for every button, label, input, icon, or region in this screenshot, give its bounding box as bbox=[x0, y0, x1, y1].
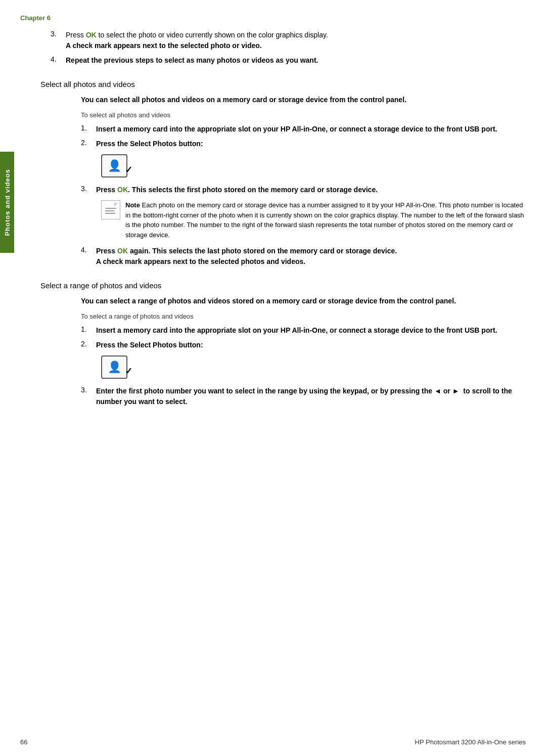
note-line-2 bbox=[105, 210, 114, 211]
note-box: Note Each photo on the memory card or st… bbox=[101, 200, 526, 240]
note-body: Each photo on the memory card or storage… bbox=[125, 201, 524, 239]
section2-heading: Select a range of photos and videos bbox=[20, 281, 526, 290]
step3-top: 3. Press OK to select the photo or video… bbox=[20, 30, 526, 51]
page-container: Photos and videos Chapter 6 3. Press OK … bbox=[0, 0, 546, 756]
person-icon-1: 👤 bbox=[108, 160, 121, 171]
step4-top: 4. Repeat the previous steps to select a… bbox=[20, 55, 526, 66]
s1-step4-ok: OK bbox=[117, 247, 128, 255]
s1-step3-ok: OK bbox=[117, 186, 128, 194]
sidebar-tab: Photos and videos bbox=[0, 152, 14, 253]
s1-step2-text: Press the Select Photos button: bbox=[96, 140, 203, 148]
s1-step1-num: 1. bbox=[81, 124, 96, 135]
s1-step4-content: Press OK again. This selects the last ph… bbox=[96, 246, 526, 267]
section1-to-heading: To select all photos and videos bbox=[81, 111, 526, 119]
section1-heading: Select all photos and videos bbox=[20, 80, 526, 88]
s1-step2-content: Press the Select Photos button: bbox=[96, 139, 526, 149]
s1-step4: 4. Press OK again. This selects the last… bbox=[20, 246, 526, 267]
s2-step2-content: Press the Select Photos button: bbox=[96, 340, 526, 350]
s1-step4-num: 4. bbox=[81, 246, 96, 267]
person-icon-2: 👤 bbox=[108, 362, 121, 373]
main-content: Chapter 6 3. Press OK to select the phot… bbox=[20, 0, 526, 756]
button-image-1: 👤 ✓ bbox=[101, 154, 526, 177]
s1-step1-content: Insert a memory card into the appropriat… bbox=[96, 124, 526, 135]
s2-step2-num: 2. bbox=[81, 340, 96, 350]
s2-step3-pre: Enter the first photo number you want to… bbox=[96, 387, 432, 395]
step3-top-subtext: A check mark appears next to the selecte… bbox=[66, 41, 262, 50]
step3-top-content: Press OK to select the photo or video cu… bbox=[66, 30, 526, 51]
note-line-3 bbox=[105, 213, 115, 214]
footer-page-number: 66 bbox=[20, 738, 27, 746]
check-mark-1: ✓ bbox=[125, 164, 132, 175]
s1-step3: 3. Press OK. This selects the first phot… bbox=[20, 185, 526, 195]
section2-to-heading: To select a range of photos and videos bbox=[81, 313, 526, 320]
s2-step1-num: 1. bbox=[81, 325, 96, 336]
note-line-1 bbox=[105, 208, 116, 209]
step4-top-num: 4. bbox=[51, 55, 66, 66]
s1-step2: 2. Press the Select Photos button: bbox=[20, 139, 526, 149]
footer-title: HP Photosmart 3200 All-in-One series bbox=[415, 738, 526, 746]
s1-step4-subtext: A check mark appears next to the selecte… bbox=[96, 257, 305, 265]
s1-step3-content: Press OK. This selects the first photo s… bbox=[96, 185, 526, 195]
sidebar-tab-label: Photos and videos bbox=[4, 169, 11, 236]
note-label: Note bbox=[125, 201, 140, 209]
note-text: Note Each photo on the memory card or st… bbox=[125, 200, 526, 240]
s1-step3-num: 3. bbox=[81, 185, 96, 195]
step3-top-num: 3. bbox=[51, 30, 66, 51]
chapter-heading: Chapter 6 bbox=[20, 14, 526, 22]
s2-step1: 1. Insert a memory card into the appropr… bbox=[20, 325, 526, 336]
s2-step1-content: Insert a memory card into the appropriat… bbox=[96, 325, 526, 336]
section2-body: You can select a range of photos and vid… bbox=[81, 296, 526, 306]
check-mark-2: ✓ bbox=[125, 366, 132, 377]
s2-step3-arrows: ◄ or ► bbox=[434, 387, 460, 395]
s1-step4-text: again. This selects the last photo store… bbox=[128, 247, 397, 255]
page-footer: 66 HP Photosmart 3200 All-in-One series bbox=[20, 738, 526, 746]
s2-step3-content: Enter the first photo number you want to… bbox=[96, 386, 526, 407]
select-photos-button-icon-1: 👤 ✓ bbox=[101, 154, 127, 177]
s1-step2-num: 2. bbox=[81, 139, 96, 149]
section1-body: You can select all photos and videos on … bbox=[81, 95, 526, 105]
s2-step2: 2. Press the Select Photos button: bbox=[20, 340, 526, 350]
s1-step3-text: . This selects the first photo stored on… bbox=[128, 186, 378, 194]
s1-step3-press: Press bbox=[96, 186, 117, 194]
step3-top-text: to select the photo or video currently s… bbox=[97, 31, 328, 39]
step4-top-content: Repeat the previous steps to select as m… bbox=[66, 55, 526, 66]
s1-step1: 1. Insert a memory card into the appropr… bbox=[20, 124, 526, 135]
s1-step4-press: Press bbox=[96, 247, 117, 255]
note-icon bbox=[101, 200, 120, 219]
step3-top-ok: OK bbox=[86, 31, 97, 39]
step3-top-press: Press bbox=[66, 31, 86, 39]
s2-step3: 3. Enter the first photo number you want… bbox=[20, 386, 526, 407]
note-icon-lines bbox=[105, 206, 116, 214]
button-image-2: 👤 ✓ bbox=[101, 355, 526, 379]
select-photos-button-icon-2: 👤 ✓ bbox=[101, 355, 127, 379]
s2-step3-num: 3. bbox=[81, 386, 96, 407]
